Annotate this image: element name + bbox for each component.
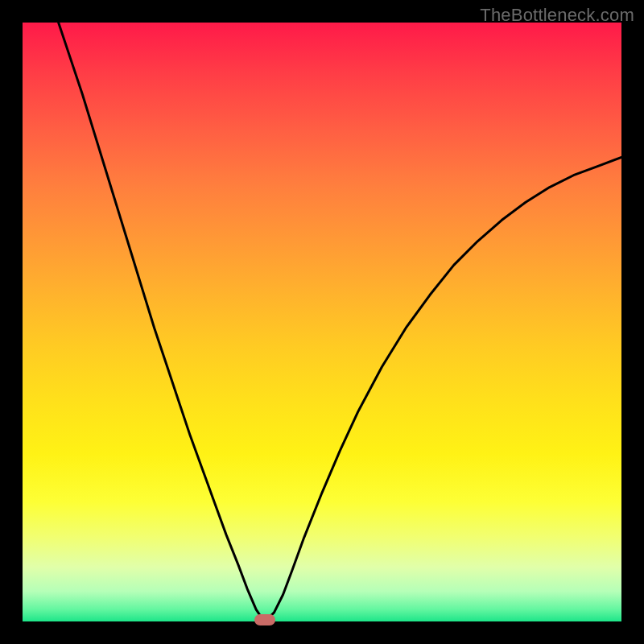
chart-plot-area xyxy=(23,23,621,621)
optimum-marker xyxy=(254,614,275,625)
watermark-text: TheBottleneck.com xyxy=(480,5,634,26)
chart-curve xyxy=(23,23,621,621)
